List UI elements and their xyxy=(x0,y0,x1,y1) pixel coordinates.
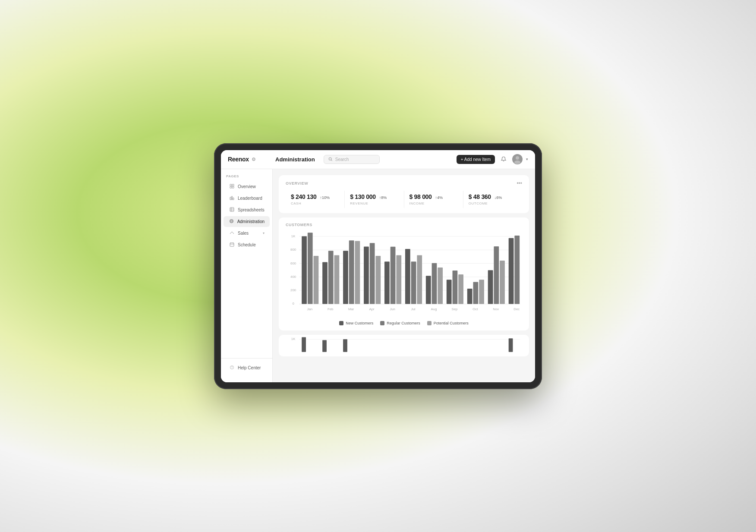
bell-icon[interactable] xyxy=(498,154,509,164)
svg-text:Aug: Aug xyxy=(431,307,437,311)
svg-rect-49 xyxy=(396,255,401,304)
svg-rect-39 xyxy=(328,251,334,304)
leaderboard-icon xyxy=(229,195,235,201)
svg-point-15 xyxy=(230,220,232,222)
svg-rect-17 xyxy=(230,243,234,246)
svg-rect-40 xyxy=(334,255,340,304)
svg-line-1 xyxy=(331,160,332,161)
svg-rect-48 xyxy=(391,246,396,304)
help-icon: ? xyxy=(229,365,235,371)
svg-rect-36 xyxy=(308,233,313,304)
svg-text:Jun: Jun xyxy=(390,307,395,311)
avatar[interactable] xyxy=(512,154,523,164)
svg-rect-65 xyxy=(509,238,514,304)
overview-icon xyxy=(229,184,235,189)
svg-rect-61 xyxy=(479,280,484,304)
sidebar-item-leaderboard[interactable]: Leaderboard xyxy=(224,193,270,204)
page-title: Administration xyxy=(275,156,315,163)
svg-rect-9 xyxy=(231,196,233,200)
sales-icon xyxy=(229,230,235,236)
income-label: INCOME xyxy=(410,201,458,205)
svg-rect-10 xyxy=(233,198,234,200)
svg-text:400: 400 xyxy=(290,274,296,278)
svg-text:Sep: Sep xyxy=(451,307,458,311)
svg-rect-62 xyxy=(488,270,493,304)
legend-new-customers: New Customers xyxy=(339,321,373,325)
svg-point-2 xyxy=(516,156,519,160)
svg-text:Nov: Nov xyxy=(493,307,499,311)
sidebar-item-administration[interactable]: Administration xyxy=(224,216,270,227)
svg-rect-35 xyxy=(302,236,307,304)
svg-rect-53 xyxy=(426,276,431,304)
revenue-label: REVENUE xyxy=(350,201,398,205)
legend-potential-customers: Potential Customers xyxy=(427,321,469,325)
revenue-change: ↑8% xyxy=(379,195,387,200)
tablet-screen: Reenox ⚙ Administration Search + Add new… xyxy=(221,150,535,382)
svg-rect-52 xyxy=(417,255,422,304)
search-bar[interactable]: Search xyxy=(324,155,380,164)
add-new-item-button[interactable]: + Add new Item xyxy=(457,155,495,164)
svg-rect-47 xyxy=(384,261,390,304)
outcome-change: ↓6% xyxy=(495,195,502,200)
sidebar-bottom: ? Help Center xyxy=(221,358,272,377)
legend-potential-color xyxy=(427,321,432,325)
schedule-icon xyxy=(229,242,235,248)
svg-rect-63 xyxy=(494,246,499,304)
search-icon xyxy=(328,157,333,161)
svg-rect-45 xyxy=(370,243,375,304)
spreadsheets-icon xyxy=(229,207,235,213)
svg-rect-41 xyxy=(343,251,348,304)
stats-row: $ 240 130 ↑10% CASH $ 130 000 ↑8% REVENU… xyxy=(286,191,522,208)
svg-text:800: 800 xyxy=(290,248,296,252)
customers-chart-title: CUSTOMERS xyxy=(286,223,522,227)
sidebar: PAGES Overview Leaderboard xyxy=(221,169,273,382)
svg-text:Dec: Dec xyxy=(513,307,520,311)
svg-rect-6 xyxy=(230,186,232,188)
svg-rect-66 xyxy=(514,235,520,304)
customers-chart-card: CUSTOMERS 1K 800 600 400 200 0 xyxy=(279,217,529,331)
svg-rect-11 xyxy=(230,208,234,211)
administration-icon xyxy=(229,219,234,224)
avatar-dropdown-chevron[interactable]: ▾ xyxy=(526,157,528,161)
sidebar-item-label-leaderboard: Leaderboard xyxy=(238,196,262,201)
logo-icon: ⚙ xyxy=(252,157,256,162)
svg-rect-8 xyxy=(230,197,231,200)
sidebar-item-sales[interactable]: Sales ▾ xyxy=(224,228,270,239)
sidebar-item-label-overview: Overview xyxy=(238,184,256,189)
legend-new-label: New Customers xyxy=(346,321,373,325)
svg-text:1K: 1K xyxy=(291,337,296,341)
sidebar-item-schedule[interactable]: Schedule xyxy=(224,239,270,250)
svg-text:200: 200 xyxy=(290,288,296,292)
chart-svg: 1K 800 600 400 200 0 xyxy=(286,231,522,318)
overview-menu-icon[interactable]: ••• xyxy=(517,180,522,186)
legend-regular-customers: Regular Customers xyxy=(380,321,420,325)
sidebar-item-help[interactable]: ? Help Center xyxy=(224,362,270,373)
svg-rect-54 xyxy=(432,263,437,304)
income-value: $ 98 000 xyxy=(410,193,432,200)
second-chart-svg: 1K xyxy=(286,335,522,356)
legend-regular-label: Regular Customers xyxy=(387,321,420,325)
sidebar-section-label: PAGES xyxy=(221,174,272,178)
sidebar-item-overview[interactable]: Overview xyxy=(224,181,270,192)
svg-rect-59 xyxy=(467,288,472,304)
svg-rect-81 xyxy=(322,340,327,352)
svg-rect-82 xyxy=(343,339,347,352)
svg-rect-37 xyxy=(314,255,319,304)
overview-card-header: OVERVIEW ••• xyxy=(286,180,522,186)
top-bar-actions: + Add new Item ▾ xyxy=(457,154,528,164)
app-name: Reenox xyxy=(228,156,249,163)
search-placeholder: Search xyxy=(335,157,349,162)
svg-text:?: ? xyxy=(231,366,233,369)
stat-income: $ 98 000 ↑4% INCOME xyxy=(404,191,463,208)
sales-chevron-icon: ▾ xyxy=(263,231,265,235)
svg-text:Jul: Jul xyxy=(411,307,416,311)
svg-text:1K: 1K xyxy=(291,234,296,238)
svg-text:Mar: Mar xyxy=(348,307,354,311)
svg-rect-43 xyxy=(355,241,360,304)
stat-revenue: $ 130 000 ↑8% REVENUE xyxy=(345,191,404,208)
svg-text:Apr: Apr xyxy=(369,307,375,311)
svg-rect-44 xyxy=(364,246,369,304)
sidebar-item-spreadsheets[interactable]: Spreadsheets xyxy=(224,205,270,215)
svg-rect-64 xyxy=(500,260,505,304)
legend-potential-label: Potential Customers xyxy=(434,321,469,325)
